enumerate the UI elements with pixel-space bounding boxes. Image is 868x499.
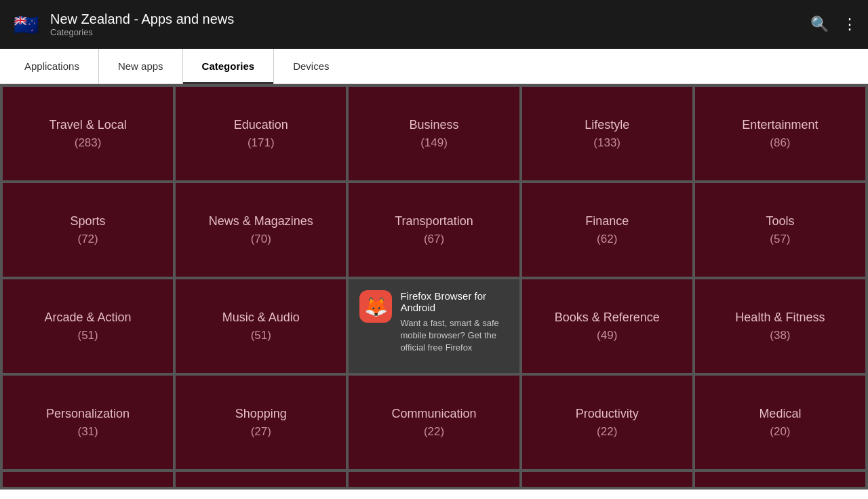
category-name: Transportation — [395, 214, 473, 228]
category-name: Health & Fitness — [735, 311, 825, 325]
category-card[interactable]: Lifestyle (133) — [522, 87, 692, 180]
category-name: Music & Audio — [222, 311, 300, 325]
category-card[interactable]: Books & Reference (49) — [522, 279, 692, 373]
category-card[interactable]: Travel & Local (283) — [3, 87, 173, 180]
header: 🇳🇿 New Zealand - Apps and news Categorie… — [0, 0, 868, 49]
menu-icon[interactable]: ⋮ — [842, 16, 857, 33]
category-name: Lifestyle — [585, 118, 629, 132]
category-count: (51) — [77, 329, 98, 342]
category-card[interactable]: Business (149) — [349, 87, 519, 180]
ad-description: Want a fast, smart & safe mobile browser… — [400, 317, 508, 355]
category-count: (62) — [597, 233, 617, 246]
category-name: Travel & Local — [49, 118, 126, 132]
category-name: News & Magazines — [209, 214, 313, 228]
category-name: Shopping — [235, 407, 287, 421]
ad-card[interactable]: 🦊 Firefox Browser for Android Want a fas… — [349, 279, 519, 373]
category-count: (22) — [424, 425, 444, 439]
category-card[interactable]: Music & Audio (51) — [176, 279, 346, 373]
category-name: Education — [234, 118, 288, 132]
category-card[interactable]: Health & Fitness (38) — [695, 279, 865, 373]
nav-tabs: Applications New apps Categories Devices — [0, 49, 868, 84]
header-subtitle: Categories — [50, 27, 234, 37]
category-card[interactable]: Productivity (22) — [522, 376, 692, 469]
category-card[interactable]: Shopping (27) — [176, 376, 346, 469]
header-left: 🇳🇿 New Zealand - Apps and news Categorie… — [11, 9, 234, 39]
tab-new-apps[interactable]: New apps — [99, 49, 183, 84]
category-name: Books & Reference — [555, 311, 660, 325]
category-count: (70) — [251, 233, 271, 246]
category-card[interactable]: Finance (62) — [522, 183, 692, 277]
category-name: Productivity — [576, 407, 639, 421]
category-count: (22) — [597, 425, 617, 439]
ad-text: Firefox Browser for Android Want a fast,… — [400, 290, 508, 355]
category-count: (283) — [75, 136, 102, 150]
category-count: (72) — [77, 233, 98, 246]
header-title: New Zealand - Apps and news — [50, 12, 234, 27]
ad-icon: 🦊 — [359, 290, 392, 323]
category-count: (51) — [251, 329, 271, 342]
category-count: (67) — [424, 233, 444, 246]
category-card[interactable]: Tools (57) — [695, 183, 865, 277]
header-text: New Zealand - Apps and news Categories — [50, 12, 234, 37]
category-name: Tools — [766, 214, 794, 228]
category-count: (27) — [251, 425, 271, 439]
category-card[interactable]: Transportation (67) — [349, 183, 519, 277]
category-count: (171) — [248, 136, 275, 150]
ad-title: Firefox Browser for Android — [400, 290, 508, 313]
partial-card — [349, 472, 519, 487]
category-count: (149) — [420, 136, 448, 150]
category-name: Communication — [391, 407, 476, 421]
category-name: Arcade & Action — [45, 311, 132, 325]
category-count: (20) — [770, 425, 790, 439]
partial-card — [522, 472, 692, 487]
category-name: Business — [409, 118, 458, 132]
category-card[interactable]: Entertainment (86) — [695, 87, 865, 180]
category-count: (31) — [77, 425, 98, 439]
category-count: (57) — [770, 233, 790, 246]
category-count: (133) — [593, 136, 620, 150]
category-count: (49) — [597, 329, 617, 342]
category-name: Finance — [585, 214, 629, 228]
category-card[interactable]: Sports (72) — [3, 183, 173, 277]
category-name: Entertainment — [742, 118, 818, 132]
category-card[interactable]: Education (171) — [176, 87, 346, 180]
partial-card — [176, 472, 346, 487]
category-card[interactable]: Arcade & Action (51) — [3, 279, 173, 373]
partial-card — [695, 472, 865, 487]
category-card[interactable]: Medical (20) — [695, 376, 865, 469]
category-name: Personalization — [46, 407, 130, 421]
category-card[interactable]: Communication (22) — [349, 376, 519, 469]
header-actions: 🔍 ⋮ — [810, 16, 857, 33]
tab-devices[interactable]: Devices — [274, 49, 348, 84]
category-count: (38) — [770, 329, 790, 342]
search-icon[interactable]: 🔍 — [810, 16, 829, 33]
category-name: Medical — [759, 407, 801, 421]
partial-card — [3, 472, 173, 487]
category-count: (86) — [770, 136, 790, 150]
flag-icon: 🇳🇿 — [11, 9, 41, 39]
category-name: Sports — [71, 214, 106, 228]
partial-bottom-row — [0, 472, 868, 490]
tab-categories[interactable]: Categories — [183, 49, 275, 84]
category-card[interactable]: News & Magazines (70) — [176, 183, 346, 277]
tab-applications[interactable]: Applications — [5, 49, 99, 84]
categories-grid: Travel & Local (283) Education (171) Bus… — [0, 84, 868, 472]
category-card[interactable]: Personalization (31) — [3, 376, 173, 469]
